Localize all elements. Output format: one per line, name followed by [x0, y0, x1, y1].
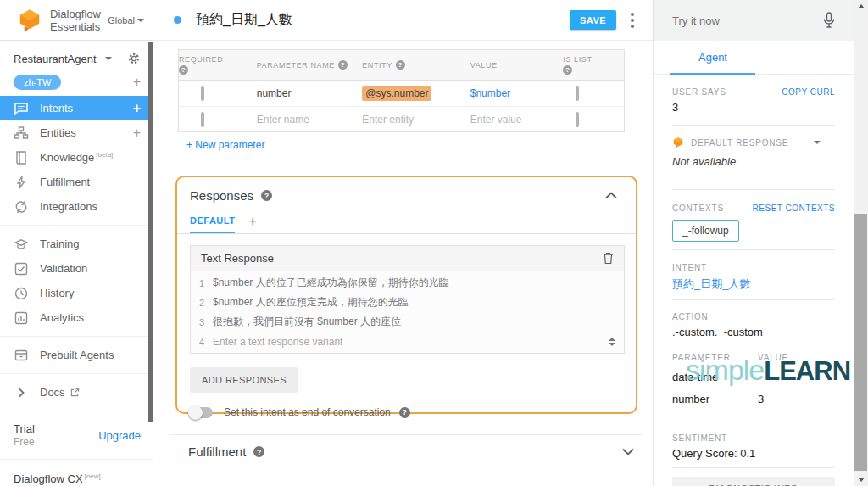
- tab-agent[interactable]: Agent: [670, 41, 755, 75]
- help-icon[interactable]: ?: [261, 190, 272, 201]
- new-parameter-name-input[interactable]: [257, 114, 342, 126]
- add-response-tab-icon[interactable]: +: [248, 215, 256, 234]
- diagnostic-info-button[interactable]: DIAGNOSTIC INFO: [672, 477, 835, 486]
- action-value: .-custom._-custom: [672, 326, 835, 338]
- text-response-card: Text Response 1 $number 人的位子已經成功為你保留，期待你…: [190, 245, 625, 354]
- parameter-value-ref[interactable]: $number: [470, 87, 510, 99]
- parameter-name: number: [672, 393, 758, 405]
- intent-editor: REQUIRED? PARAMETER NAME? ENTITY? VALUE …: [153, 41, 653, 486]
- sidebar-item-knowledge[interactable]: Knowledge[beta]: [0, 145, 153, 170]
- sidebar-scrollbar-thumb[interactable]: [148, 42, 153, 422]
- entity-chip[interactable]: @sys.number: [362, 86, 431, 101]
- text-response-title: Text Response: [201, 252, 274, 265]
- expand-chevron-down-icon[interactable]: [622, 448, 634, 455]
- scroll-up-arrow-icon[interactable]: [854, 0, 868, 13]
- external-link-icon: [70, 388, 80, 397]
- required-checkbox[interactable]: [201, 86, 204, 101]
- parameter-row-empty: [179, 106, 624, 131]
- microphone-icon[interactable]: [823, 12, 835, 29]
- intent-label: INTENT: [672, 263, 835, 272]
- new-parameter-entity-input[interactable]: [362, 114, 447, 126]
- divider: [672, 189, 835, 190]
- language-row: zh-TW +: [0, 72, 153, 96]
- tab-default[interactable]: DEFAULT: [190, 215, 235, 233]
- sidebar-item-integrations[interactable]: Integrations: [0, 194, 153, 219]
- collapse-chevron-up-icon[interactable]: [605, 192, 617, 199]
- help-icon[interactable]: ?: [179, 65, 188, 75]
- book-icon: [14, 150, 29, 165]
- text-response-header: Text Response: [191, 246, 624, 271]
- sidebar-item-validation[interactable]: Validation: [0, 256, 153, 281]
- entities-icon: [14, 126, 29, 141]
- help-icon[interactable]: ?: [253, 446, 264, 457]
- add-entity-icon[interactable]: +: [133, 126, 141, 140]
- context-chip[interactable]: _-followup: [672, 220, 739, 242]
- add-intent-icon[interactable]: +: [133, 102, 141, 115]
- sidebar-item-prebuilt-agents[interactable]: Prebuilt Agents: [0, 343, 153, 367]
- checkbox-check-icon: [14, 261, 29, 277]
- gear-icon[interactable]: [127, 52, 141, 65]
- sidebar-item-training[interactable]: Training: [0, 232, 153, 256]
- new-parameter-link[interactable]: + New parameter: [186, 139, 264, 151]
- variant-row[interactable]: 3 很抱歉，我們目前沒有 $number 人的座位: [191, 312, 624, 332]
- scroll-down-arrow-icon[interactable]: [854, 473, 868, 486]
- value-column-label: VALUE: [758, 353, 788, 362]
- responses-tabs: DEFAULT +: [177, 203, 636, 233]
- sidebar-item-analytics[interactable]: Analytics: [0, 305, 153, 330]
- graduation-cap-icon: [14, 237, 29, 252]
- new-badge: [new]: [85, 472, 101, 480]
- region-selector[interactable]: Global: [108, 15, 144, 25]
- sidebar-item-fulfillment[interactable]: Fulfillment: [0, 170, 153, 194]
- sidebar-item-intents[interactable]: Intents +: [0, 96, 153, 120]
- section-divider: [170, 170, 642, 170]
- help-icon[interactable]: ?: [563, 65, 572, 75]
- scrollbar-thumb[interactable]: [854, 214, 867, 471]
- new-parameter-value-input[interactable]: [470, 114, 555, 126]
- kebab-menu-icon[interactable]: [631, 19, 634, 22]
- add-language-icon[interactable]: +: [133, 75, 141, 89]
- sidebar-item-history[interactable]: History: [0, 281, 153, 305]
- upgrade-link[interactable]: Upgrade: [98, 429, 141, 442]
- fulfillment-section-header[interactable]: Fulfillment ?: [188, 444, 634, 459]
- variant-row[interactable]: 2 $number 人的座位預定完成，期待您的光臨: [191, 293, 624, 312]
- parameter-name: date-time: [672, 371, 758, 383]
- copy-curl-link[interactable]: COPY CURL: [782, 87, 835, 97]
- default-response-row[interactable]: DEFAULT RESPONSE: [672, 137, 835, 148]
- trash-icon[interactable]: [603, 252, 614, 265]
- window-scrollbar[interactable]: [854, 0, 868, 486]
- intent-link[interactable]: 預約_日期_人數: [672, 277, 835, 292]
- try-it-now-input[interactable]: [672, 14, 823, 27]
- required-checkbox[interactable]: [201, 112, 204, 127]
- help-icon[interactable]: ?: [396, 60, 405, 70]
- intent-priority-dot[interactable]: [174, 16, 181, 24]
- bar-chart-icon: [14, 310, 29, 326]
- reset-contexts-link[interactable]: RESET CONTEXTS: [753, 204, 835, 213]
- divider: [672, 467, 835, 468]
- sidebar-item-entities[interactable]: Entities +: [0, 120, 153, 145]
- divider: [672, 299, 835, 300]
- variant-row[interactable]: 1 $number 人的位子已經成功為你保留，期待你的光臨: [191, 273, 624, 293]
- bolt-icon: [14, 175, 29, 190]
- parameter-value: 3: [758, 393, 764, 405]
- divider: [672, 125, 835, 126]
- stepper-icon[interactable]: [609, 338, 615, 346]
- is-list-checkbox[interactable]: [576, 112, 579, 127]
- is-list-checkbox[interactable]: [576, 86, 579, 101]
- parameter-column-label: PARAMETER: [672, 353, 758, 362]
- language-tag[interactable]: zh-TW: [14, 75, 61, 90]
- sidebar-item-docs[interactable]: Docs: [0, 380, 153, 405]
- help-icon[interactable]: ?: [338, 60, 348, 70]
- add-responses-button[interactable]: ADD RESPONSES: [190, 367, 298, 393]
- end-conversation-toggle[interactable]: [190, 407, 213, 418]
- sidebar-item-dialogflow-cx[interactable]: Dialogflow CX[new]: [0, 466, 153, 486]
- new-variant-input[interactable]: [213, 336, 604, 348]
- help-icon[interactable]: ?: [399, 407, 410, 418]
- simulator-tabs: Agent: [654, 41, 854, 75]
- save-button[interactable]: SAVE: [570, 10, 616, 30]
- divider: [672, 249, 835, 250]
- dialogflow-logo-icon: [17, 8, 42, 33]
- clock-icon: [14, 286, 29, 301]
- simulator-panel: Agent USER SAYS COPY CURL 3 DEFAULT RESP…: [653, 0, 854, 486]
- agent-selector[interactable]: RestaurantAgent: [0, 45, 153, 72]
- parameter-name-value[interactable]: number: [247, 87, 353, 99]
